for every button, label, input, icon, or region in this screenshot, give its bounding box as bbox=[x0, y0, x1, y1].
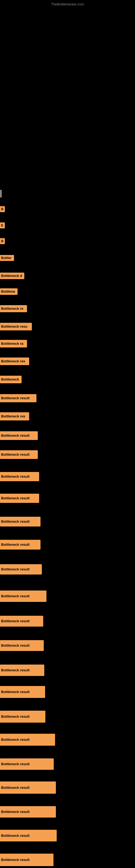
bottleneck-result-label: Bottleneck result bbox=[0, 734, 55, 746]
bottleneck-result-label: Bottleneck ra bbox=[0, 340, 27, 347]
bottleneck-result-label: Bottleneck result bbox=[0, 517, 41, 527]
bottleneck-result-label: Bottleneck res bbox=[0, 412, 29, 421]
bottleneck-result-label: Bottleneck result bbox=[0, 640, 44, 651]
bottleneck-result-label: Bottleneck bbox=[0, 376, 21, 383]
bottleneck-result-label: Bottleneck result bbox=[0, 590, 46, 602]
bottleneck-result-label: Bottleneck result bbox=[0, 540, 41, 550]
bottleneck-result-label: Bottleneck re bbox=[0, 305, 27, 312]
bottleneck-result-label: Bottleneck result bbox=[0, 494, 39, 503]
bottleneck-result-label: E bbox=[0, 222, 5, 228]
bottleneck-result-label: Bottleneck result bbox=[0, 616, 43, 627]
bottleneck-result-label: Bottleneck res bbox=[0, 358, 29, 365]
bottleneck-result-label: B bbox=[0, 206, 5, 212]
bottleneck-result-label: Bottleneck result bbox=[0, 854, 53, 866]
bottleneck-result-label: Bottleneck result bbox=[0, 664, 44, 676]
bottleneck-result-label: B bbox=[0, 238, 5, 244]
bottleneck-labels-container: BEBBottlerBottleneck dBottleneBottleneck… bbox=[0, 0, 135, 868]
bottleneck-result-label: Bottleneck result bbox=[0, 472, 39, 481]
bottleneck-result-label: Bottleneck result bbox=[0, 431, 38, 440]
bottleneck-result-label: Bottleneck result bbox=[0, 450, 38, 459]
bottleneck-result-label: Bottleneck result bbox=[0, 781, 56, 794]
bottleneck-result-label: Bottlene bbox=[0, 288, 17, 295]
bottleneck-result-label: Bottleneck result bbox=[0, 806, 56, 817]
bottleneck-result-label: Bottleneck result bbox=[0, 394, 37, 402]
bottleneck-result-label: Bottleneck result bbox=[0, 711, 45, 723]
bottleneck-result-label: Bottleneck result bbox=[0, 564, 42, 575]
bottleneck-result-label: Bottleneck d bbox=[0, 273, 24, 279]
bottleneck-result-label: Bottleneck result bbox=[0, 830, 57, 841]
bottleneck-result-label: Bottler bbox=[0, 255, 14, 261]
bottleneck-result-label: Bottleneck result bbox=[0, 686, 45, 698]
bottleneck-result-label: Bottleneck resu bbox=[0, 323, 32, 330]
bottleneck-result-label: Bottleneck result bbox=[0, 758, 54, 770]
